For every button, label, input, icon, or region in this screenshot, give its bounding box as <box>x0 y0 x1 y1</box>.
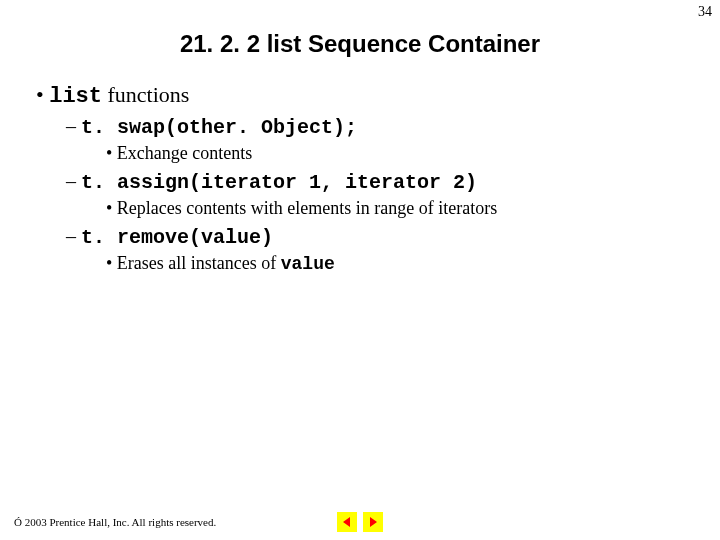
item-remove-desc-pre: Erases all instances of <box>117 253 281 273</box>
code-value: value <box>281 254 335 274</box>
slide-title: 21. 2. 2 list Sequence Container <box>0 30 720 58</box>
item-swap-desc: Exchange contents <box>106 143 690 164</box>
slide-content: list functions t. swap(other. Object); E… <box>36 82 690 274</box>
arrow-right-icon <box>367 516 379 528</box>
item-assign: t. assign(iterator 1, iterator 2) Replac… <box>66 170 690 219</box>
code-list: list <box>49 84 102 109</box>
code-remove: t. remove(value) <box>81 226 273 249</box>
bullet-main: list functions t. swap(other. Object); E… <box>36 82 690 274</box>
nav-arrows <box>337 512 383 532</box>
svg-marker-0 <box>343 517 350 527</box>
slide-number: 34 <box>698 4 712 20</box>
svg-marker-1 <box>370 517 377 527</box>
next-button[interactable] <box>363 512 383 532</box>
copyright-symbol: Ó <box>14 516 22 528</box>
copyright-text: 2003 Prentice Hall, Inc. All rights rese… <box>22 516 216 528</box>
footer-copyright: Ó 2003 Prentice Hall, Inc. All rights re… <box>14 516 216 528</box>
item-swap: t. swap(other. Object); Exchange content… <box>66 115 690 164</box>
code-assign: t. assign(iterator 1, iterator 2) <box>81 171 477 194</box>
arrow-left-icon <box>341 516 353 528</box>
item-remove-desc: Erases all instances of value <box>106 253 690 274</box>
bullet-main-text: functions <box>102 82 189 107</box>
prev-button[interactable] <box>337 512 357 532</box>
code-swap: t. swap(other. Object); <box>81 116 357 139</box>
item-remove: t. remove(value) Erases all instances of… <box>66 225 690 274</box>
item-assign-desc: Replaces contents with elements in range… <box>106 198 690 219</box>
